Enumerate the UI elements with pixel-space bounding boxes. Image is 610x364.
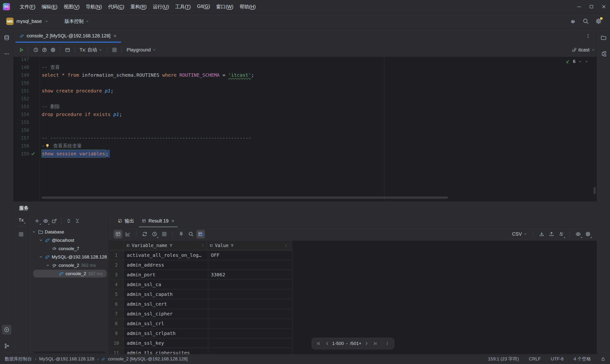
editor-vertical-scrollbar[interactable] bbox=[594, 187, 596, 194]
table-view-button[interactable] bbox=[114, 230, 122, 238]
tree-item-console_2[interactable]: console_2362 ms bbox=[29, 269, 109, 278]
editor-line-155[interactable]: 155 bbox=[13, 118, 597, 126]
cell[interactable]: admin_port bbox=[124, 270, 208, 279]
result-stop-button[interactable] bbox=[160, 230, 169, 238]
editor-line-148[interactable]: 148-- 查看 bbox=[13, 63, 597, 71]
prev-page-button[interactable] bbox=[324, 340, 331, 347]
row-number[interactable]: 6 bbox=[109, 299, 124, 309]
last-page-button[interactable] bbox=[372, 340, 379, 347]
intention-bulb-icon[interactable] bbox=[45, 143, 50, 148]
expand-all-button[interactable] bbox=[64, 217, 73, 225]
tree-item-console_7[interactable]: console_7 bbox=[29, 244, 109, 253]
cell[interactable]: admin_ssl_cipher bbox=[124, 309, 208, 318]
row-number[interactable]: 4 bbox=[109, 280, 124, 289]
files-toolwindow-button[interactable] bbox=[599, 33, 608, 42]
pagination-menu-button[interactable] bbox=[384, 340, 391, 347]
cell[interactable] bbox=[208, 260, 292, 270]
playground-dropdown[interactable]: Playground bbox=[125, 46, 158, 54]
menu-item-4[interactable]: 代码(C) bbox=[105, 2, 128, 12]
sort-arrows-icon[interactable] bbox=[201, 244, 205, 247]
services-toolwindow-button[interactable] bbox=[2, 325, 12, 335]
editor-line-151[interactable]: 151show create procedure p1; bbox=[13, 87, 597, 95]
breadcrumb-item-0[interactable]: 数据库控制台 bbox=[5, 356, 32, 362]
in-editor-results-button[interactable] bbox=[63, 46, 72, 54]
row-number[interactable]: 10 bbox=[109, 338, 124, 348]
editor-line-152[interactable]: 152 bbox=[13, 95, 597, 103]
cell[interactable]: admin_ssl_ca bbox=[124, 280, 208, 289]
sql-editor[interactable]: 147148-- 查看149select * from information_… bbox=[13, 57, 597, 201]
tab-close-icon[interactable] bbox=[171, 219, 175, 223]
schema-switcher[interactable]: itcast bbox=[572, 47, 600, 53]
prev-problem-icon[interactable] bbox=[578, 60, 582, 63]
cell[interactable]: admin_ssl_crl bbox=[124, 319, 208, 328]
open-in-new-button[interactable] bbox=[50, 217, 58, 225]
editor-line-150[interactable]: 150 bbox=[13, 79, 597, 87]
query-history-button[interactable] bbox=[31, 46, 40, 54]
caret-position[interactable]: 159:1 (23 字符) bbox=[488, 356, 519, 362]
tx-mode-dropdown[interactable]: Tx: 自动 bbox=[78, 46, 104, 54]
line-separator[interactable]: CRLF bbox=[529, 356, 541, 362]
cell[interactable]: activate_all_roles_on_log… bbox=[124, 250, 208, 260]
maximize-button[interactable] bbox=[585, 0, 597, 13]
row-number[interactable]: 5 bbox=[109, 289, 124, 299]
inspections-widget[interactable]: 6 bbox=[566, 59, 588, 64]
unlock-icon[interactable] bbox=[601, 357, 605, 361]
editor-line-157[interactable]: 157-- ----------------------------------… bbox=[13, 134, 597, 142]
menu-item-3[interactable]: 导航(N) bbox=[83, 2, 105, 12]
vcs-widget[interactable]: 版本控制 bbox=[65, 18, 89, 25]
cell[interactable]: admin_ssl_capath bbox=[124, 289, 208, 299]
chevron-down-icon[interactable] bbox=[38, 255, 43, 259]
database-toolwindow-button[interactable] bbox=[2, 33, 12, 42]
sort-arrows-icon[interactable] bbox=[284, 244, 288, 247]
cell[interactable]: admin_address bbox=[124, 260, 208, 270]
cell[interactable] bbox=[208, 328, 292, 338]
chevron-down-icon[interactable] bbox=[31, 230, 37, 234]
row-number[interactable]: 3 bbox=[109, 270, 124, 279]
export-format-dropdown[interactable]: CSV bbox=[510, 230, 529, 238]
editor-line-149[interactable]: 149select * from information_schema.ROUT… bbox=[13, 71, 597, 79]
cell[interactable]: admin_ssl_key bbox=[124, 338, 208, 348]
tree-horizontal-scrollbar[interactable] bbox=[34, 351, 106, 353]
breadcrumb-item-2[interactable]: console_2 [MySQL-@192.168.128.128] bbox=[108, 356, 188, 362]
view-options-button[interactable] bbox=[41, 217, 50, 225]
services-tx-button[interactable]: Tx bbox=[16, 216, 26, 224]
export-button[interactable] bbox=[547, 230, 556, 238]
search-everywhere-button[interactable] bbox=[581, 16, 590, 26]
column-header-Variable_name[interactable]: Variable_name bbox=[124, 241, 207, 250]
menu-item-2[interactable]: 视图(V) bbox=[61, 2, 83, 12]
refresh-button[interactable] bbox=[140, 230, 149, 238]
project-widget[interactable]: MB mysql_base bbox=[4, 16, 50, 26]
git-toolwindow-button[interactable] bbox=[2, 341, 12, 351]
row-number-header[interactable] bbox=[109, 241, 124, 250]
column-header-Value[interactable]: Value bbox=[207, 241, 290, 250]
menu-item-8[interactable]: Git(G) bbox=[194, 2, 213, 12]
more-toolwindows-button[interactable] bbox=[2, 49, 12, 59]
row-number[interactable]: 2 bbox=[109, 260, 124, 270]
row-number[interactable]: 11 bbox=[109, 348, 124, 354]
result-history-button[interactable] bbox=[150, 230, 159, 238]
cell[interactable] bbox=[208, 338, 292, 348]
tree-item-@localhost[interactable]: @localhost bbox=[29, 236, 109, 244]
next-problem-icon[interactable] bbox=[585, 60, 588, 63]
import-button[interactable] bbox=[537, 230, 546, 238]
chevron-down-icon[interactable] bbox=[38, 238, 43, 242]
chart-view-button[interactable] bbox=[123, 230, 132, 238]
cell[interactable]: OFF bbox=[208, 250, 292, 260]
cell[interactable] bbox=[208, 319, 292, 328]
tree-item-Database[interactable]: Database bbox=[29, 228, 109, 236]
cell[interactable]: admin_ssl_cert bbox=[124, 299, 208, 309]
cell[interactable] bbox=[208, 299, 292, 309]
menu-item-6[interactable]: 运行(U) bbox=[150, 2, 172, 12]
cell[interactable]: admin_ssl_crlpath bbox=[124, 328, 208, 338]
first-page-button[interactable] bbox=[315, 340, 322, 347]
tab-close-icon[interactable] bbox=[113, 34, 117, 38]
minimize-button[interactable] bbox=[573, 0, 585, 13]
file-encoding[interactable]: UTF-8 bbox=[551, 356, 564, 362]
filter-funnel-icon[interactable] bbox=[230, 244, 234, 247]
tab-console-2[interactable]: console_2 [MySQL-@192.168.128.128] bbox=[15, 29, 121, 43]
cell[interactable] bbox=[208, 289, 292, 299]
filter-panel-button[interactable] bbox=[196, 230, 205, 238]
chevron-down-icon[interactable] bbox=[45, 263, 50, 267]
menu-item-0[interactable]: 文件(F) bbox=[17, 2, 39, 12]
result-settings-button[interactable] bbox=[584, 230, 592, 238]
